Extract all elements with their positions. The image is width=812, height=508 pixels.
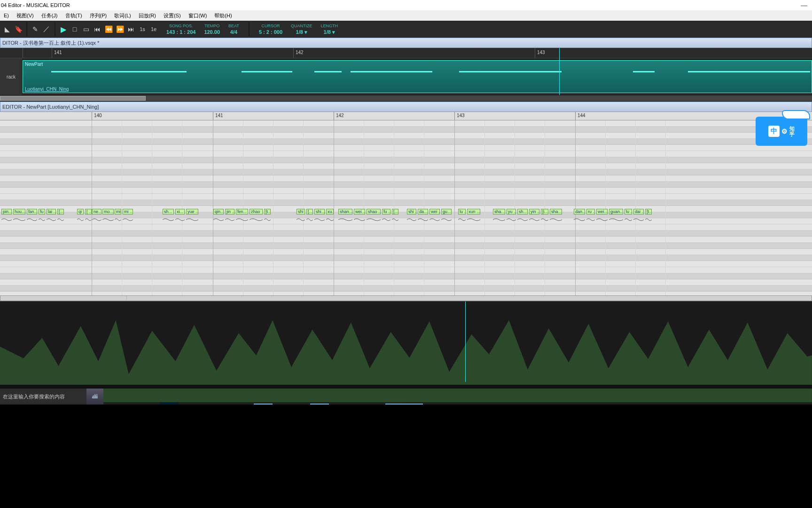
note[interactable]: lu ...	[625, 209, 632, 214]
parameter-area[interactable]	[0, 301, 812, 382]
tag-tool-icon[interactable]: 🔖	[13, 24, 23, 34]
waveform-segment	[51, 71, 187, 72]
scrollbar-thumb[interactable]	[0, 96, 146, 101]
menu-help[interactable]: 帮助(H)	[211, 12, 235, 19]
note[interactable]: xun ...	[467, 209, 480, 214]
note[interactable]: sha...	[493, 209, 505, 214]
note[interactable]: lai ...	[47, 209, 56, 214]
note[interactable]: mo...	[102, 209, 114, 214]
note[interactable]: shi...	[314, 209, 325, 214]
playhead[interactable]	[559, 48, 560, 95]
note[interactable]: shi ...	[297, 209, 305, 214]
note[interactable]: shan...	[338, 209, 352, 214]
note[interactable]: sh...	[163, 209, 174, 214]
note[interactable]: wei...	[354, 209, 365, 214]
note[interactable]: yin ...	[529, 209, 539, 214]
track-part[interactable]: NewPart Luotianyi_CHN_Ning	[23, 60, 812, 93]
rewind-icon[interactable]: ⏪	[103, 24, 114, 34]
note[interactable]: [...	[306, 209, 313, 214]
note[interactable]: da...	[418, 209, 428, 214]
piano-grid[interactable]: pin...hou...fan...fu ...lai ...[...qi ..…	[0, 120, 812, 295]
note[interactable]: [i...	[541, 209, 548, 214]
note[interactable]: shao ...	[367, 209, 381, 214]
note[interactable]: fu ...	[39, 209, 45, 214]
songpos-value: 143 : 1 : 204	[166, 29, 195, 35]
length-value[interactable]: 1/8 ▾	[324, 29, 335, 35]
note[interactable]: [ ...	[85, 209, 92, 214]
note[interactable]: ru ...	[586, 209, 595, 214]
menu-sequence[interactable]: 序列(P)	[86, 12, 111, 19]
note[interactable]: [...	[57, 209, 64, 214]
note[interactable]: zhao	[250, 209, 263, 214]
pencil-tool-icon[interactable]: ✎	[30, 24, 40, 34]
note[interactable]: xu...	[326, 209, 334, 214]
search-placeholder: 在这里输入你要搜索的内容	[3, 393, 65, 400]
note[interactable]: mi	[115, 209, 121, 214]
track-header[interactable]: rack	[0, 58, 23, 95]
piano-ruler[interactable]: 140 141 142 143 144	[0, 112, 812, 120]
note[interactable]: guan...	[609, 209, 623, 214]
marker-start-icon[interactable]: 1s	[137, 24, 148, 34]
note[interactable]: gu...	[441, 209, 452, 214]
note[interactable]: wei...	[596, 209, 608, 214]
note[interactable]: sha...	[550, 209, 562, 214]
menu-lyric[interactable]: 歌词(L)	[110, 12, 134, 19]
piano-scrollbar[interactable]	[0, 295, 812, 301]
line-tool-icon[interactable]: ／	[41, 24, 52, 34]
note[interactable]: qi ...	[77, 209, 84, 214]
search-input[interactable]: 在这里输入你要搜索的内容 🏙	[0, 389, 103, 405]
track-body[interactable]: NewPart Luotianyi_CHN_Ning	[23, 58, 812, 95]
note[interactable]: mi ...	[123, 209, 133, 214]
menu-playback[interactable]: 回放(R)	[135, 12, 160, 19]
part-singer[interactable]: Luotianyi_CHN_Ning	[25, 87, 69, 92]
piano-roll[interactable]: 140 141 142 143 144 pin...hou...fan...fu…	[0, 112, 812, 295]
note[interactable]: fu ...	[382, 209, 390, 214]
note[interactable]: qin...	[213, 209, 224, 214]
loop-button[interactable]: ▭	[81, 24, 91, 34]
marker-end-icon[interactable]: 1e	[148, 24, 159, 34]
separator	[55, 22, 55, 36]
note[interactable]: ne...	[92, 209, 102, 214]
note[interactable]: [...	[392, 209, 398, 214]
track-scrollbar[interactable]	[0, 95, 812, 102]
skip-start-icon[interactable]: ⏮	[92, 24, 102, 34]
menu-settings[interactable]: 设置(S)	[160, 12, 185, 19]
track-area[interactable]: 141 142 143 rack NewPart Luotianyi_CHN_N…	[0, 48, 812, 95]
note[interactable]: [t...	[645, 209, 652, 214]
menu-view[interactable]: 视图(V)	[13, 12, 38, 19]
note[interactable]: dai ...	[633, 209, 644, 214]
note[interactable]: fen...	[236, 209, 248, 214]
note[interactable]: yue ...	[186, 209, 198, 214]
note[interactable]: yu ...	[507, 209, 516, 214]
info-panel-2: CURSOR5 : 2 : 000 QUANTIZE1/8 ▾ LENGTH1/…	[259, 23, 338, 35]
play-button[interactable]: ▶	[58, 24, 69, 34]
note[interactable]: pin...	[1, 209, 12, 214]
note[interactable]: dan...	[574, 209, 585, 214]
pointer-tool-icon[interactable]: ◣	[2, 24, 12, 34]
minimize-icon[interactable]: —	[801, 1, 807, 9]
cursor-value: 5 : 2 : 000	[259, 29, 282, 35]
note[interactable]: jin ...	[225, 209, 234, 214]
skip-end-icon[interactable]: ⏭	[126, 24, 136, 34]
note[interactable]: shi ...	[407, 209, 416, 214]
waveform-segment	[688, 71, 810, 72]
beat-label: BEAT	[228, 23, 239, 29]
note[interactable]: xi...	[175, 209, 185, 214]
note[interactable]: [t...	[264, 209, 271, 214]
stop-button[interactable]: □	[70, 24, 80, 34]
note[interactable]: fan...	[27, 209, 37, 214]
tempo-value: 120.00	[204, 29, 220, 35]
note[interactable]: wei ...	[429, 209, 440, 214]
waveform-segment	[351, 71, 432, 72]
menu-task[interactable]: 任务(J)	[38, 12, 62, 19]
quantize-value[interactable]: 1/8 ▾	[296, 29, 307, 35]
track-ruler[interactable]: 141 142 143	[0, 48, 812, 58]
forward-icon[interactable]: ⏩	[115, 24, 125, 34]
explorer-peek[interactable]	[0, 385, 812, 389]
note[interactable]: lu ...	[458, 209, 466, 214]
menu-window[interactable]: 窗口(W)	[185, 12, 211, 19]
note[interactable]: sh...	[517, 209, 528, 214]
menu-file[interactable]: E)	[0, 13, 13, 18]
note[interactable]: hou...	[13, 209, 25, 214]
menu-track[interactable]: 音轨(T)	[62, 12, 86, 19]
